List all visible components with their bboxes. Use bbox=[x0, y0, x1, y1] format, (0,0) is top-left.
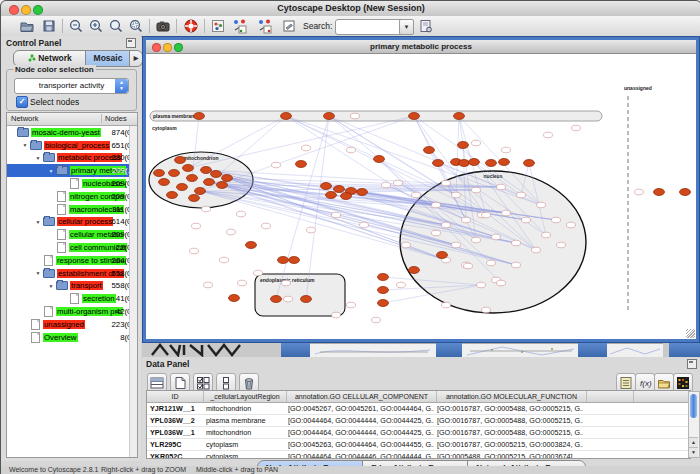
network-node-transporter[interactable] bbox=[169, 170, 180, 177]
tree-row-overview[interactable]: Overview8(0) bbox=[7, 331, 137, 344]
network-node-transporter[interactable] bbox=[499, 159, 510, 166]
network-node-transporter[interactable] bbox=[195, 188, 206, 195]
node-color-dropdown[interactable]: transporter activity ▲▼ bbox=[14, 78, 129, 94]
scrollbar-thumb[interactable] bbox=[690, 394, 697, 418]
tree-row-unassigned[interactable]: unassigned223(0) bbox=[7, 318, 137, 331]
network-node-transporter[interactable] bbox=[229, 295, 240, 302]
tree-row-biological-process[interactable]: ▼biological_process651(0) bbox=[7, 139, 137, 152]
control-panel-float-icon[interactable] bbox=[126, 38, 136, 48]
network-node-unselected[interactable] bbox=[412, 192, 421, 198]
table-row-yjr121w-1[interactable]: YJR121W__1mitochondrion[GO:0045267, GO:0… bbox=[147, 403, 690, 415]
tree-row-response-to-stimulu[interactable]: response to stimulu264(0) bbox=[7, 254, 137, 267]
table-row-ylr295c[interactable]: YLR295Ccytoplasm[GO:0045263, GO:0044464,… bbox=[147, 439, 690, 451]
table-column-id[interactable]: ID bbox=[147, 391, 204, 402]
network-node-unselected[interactable] bbox=[532, 247, 541, 253]
network-node-unselected[interactable] bbox=[482, 307, 491, 313]
network-node-unselected[interactable] bbox=[272, 162, 281, 168]
network-node-unselected[interactable] bbox=[382, 182, 391, 188]
network-node-transporter[interactable] bbox=[183, 165, 194, 172]
background-window-thumb[interactable] bbox=[462, 343, 578, 357]
zoom-out-icon[interactable] bbox=[68, 18, 84, 34]
tree-row-nitrogen-compo[interactable]: nitrogen compo209(0) bbox=[7, 190, 137, 203]
network-node-transporter[interactable] bbox=[524, 160, 535, 167]
network-node-unselected[interactable] bbox=[472, 187, 481, 193]
annotation-icon[interactable] bbox=[281, 18, 297, 34]
tree-row-macromolecule[interactable]: macromolecule311(0) bbox=[7, 203, 137, 216]
network-node-transporter[interactable] bbox=[341, 193, 352, 200]
tree-row-secretion[interactable]: secretion41(0) bbox=[7, 292, 137, 305]
network-node-unselected[interactable] bbox=[238, 280, 247, 286]
tree-row-cell-communicat[interactable]: cell communicat22(0) bbox=[7, 241, 137, 254]
network-canvas[interactable]: plasma membranecytoplasmmitochondrionnuc… bbox=[146, 54, 696, 339]
network-node-transporter[interactable] bbox=[154, 170, 165, 177]
network-node-transporter[interactable] bbox=[680, 189, 691, 196]
tree-row-metabolic-process[interactable]: ▼metabolic process280(0) bbox=[7, 152, 137, 165]
network-node-unselected[interactable] bbox=[462, 217, 471, 223]
network-node-unselected[interactable] bbox=[567, 222, 576, 228]
network-node-unselected[interactable] bbox=[220, 257, 229, 263]
network-node-transporter[interactable] bbox=[459, 160, 470, 167]
network-node-transporter[interactable] bbox=[374, 156, 385, 163]
network-node-unselected[interactable] bbox=[397, 282, 406, 288]
network-node-unselected[interactable] bbox=[477, 282, 486, 288]
search-options-icon[interactable] bbox=[418, 18, 434, 34]
network-node-transporter[interactable] bbox=[175, 157, 186, 164]
tree-expand-arrow[interactable]: ▼ bbox=[46, 283, 56, 289]
network-node-transporter[interactable] bbox=[378, 300, 389, 307]
table-row-ypl036w-2[interactable]: YPL036W__2plasma membrane[GO:0044464, GO… bbox=[147, 415, 690, 427]
network-node-unselected[interactable] bbox=[472, 237, 481, 243]
network-node-unselected[interactable] bbox=[522, 217, 531, 223]
tree-row-nucleobase[interactable]: nucleobase-209(0) bbox=[7, 177, 137, 190]
table-column-cellularlayoutregion[interactable]: _cellularLayoutRegion bbox=[204, 391, 287, 402]
network-node-unselected[interactable] bbox=[284, 296, 293, 302]
select-nodes-checkbox[interactable]: ✓ bbox=[16, 96, 28, 108]
background-window-thumb[interactable] bbox=[310, 343, 436, 357]
table-column-empty[interactable] bbox=[587, 391, 634, 402]
network-node-transporter[interactable] bbox=[281, 113, 292, 120]
network-node-unselected[interactable] bbox=[517, 192, 526, 198]
network-node-unselected[interactable] bbox=[394, 180, 403, 186]
network-node-unselected[interactable] bbox=[402, 242, 411, 248]
network-node-unselected[interactable] bbox=[572, 125, 581, 131]
network-node-unselected[interactable] bbox=[442, 222, 451, 228]
table-vertical-scrollbar[interactable]: ▲ ▼ bbox=[688, 391, 700, 458]
network-node-unselected[interactable] bbox=[512, 262, 521, 268]
network-node-unselected[interactable] bbox=[557, 242, 566, 248]
network-node-unselected[interactable] bbox=[482, 212, 491, 218]
search-dropdown-arrow[interactable]: ▼ bbox=[399, 19, 414, 35]
network-node-unselected[interactable] bbox=[487, 260, 496, 266]
tree-expand-arrow[interactable]: ▼ bbox=[33, 219, 43, 225]
network-node-unselected[interactable] bbox=[542, 232, 551, 238]
network-node-unselected[interactable] bbox=[544, 132, 553, 138]
network-node-transporter[interactable] bbox=[334, 186, 345, 193]
apply-layout-2-icon[interactable] bbox=[257, 18, 273, 34]
network-node-unselected[interactable] bbox=[262, 223, 271, 229]
network-node-unselected[interactable] bbox=[472, 140, 481, 146]
tree-row-mosaic-demo-yeast[interactable]: mosaic-demo-yeast874(0) bbox=[7, 126, 137, 139]
scroll-up-arrow[interactable]: ▲ bbox=[689, 437, 698, 447]
network-node-unselected[interactable] bbox=[282, 280, 291, 286]
background-window-thumb[interactable] bbox=[607, 343, 663, 357]
zoom-fit-icon[interactable] bbox=[108, 18, 124, 34]
search-input[interactable] bbox=[335, 19, 403, 35]
network-node-unselected[interactable] bbox=[254, 270, 263, 276]
network-node-unselected[interactable] bbox=[347, 302, 356, 308]
network-node-transporter[interactable] bbox=[321, 183, 332, 190]
network-node-unselected[interactable] bbox=[347, 147, 356, 153]
tree-scrollbar[interactable] bbox=[129, 126, 137, 457]
background-window-edge[interactable] bbox=[669, 343, 700, 357]
background-window-edge[interactable] bbox=[436, 343, 462, 357]
network-node-transporter[interactable] bbox=[424, 147, 435, 154]
network-node-transporter[interactable] bbox=[378, 274, 389, 281]
network-node-unselected[interactable] bbox=[227, 229, 236, 235]
table-row-ypl036w-1[interactable]: YPL036W__1mitochondrion[GO:0044464, GO:0… bbox=[147, 427, 690, 439]
network-node-unselected[interactable] bbox=[202, 206, 211, 212]
network-node-unselected[interactable] bbox=[302, 145, 311, 151]
network-node-transporter[interactable] bbox=[437, 252, 448, 259]
network-node-transporter[interactable] bbox=[204, 179, 215, 186]
network-node-unselected[interactable] bbox=[332, 312, 341, 318]
network-node-unselected[interactable] bbox=[351, 113, 360, 119]
network-node-unselected[interactable] bbox=[497, 280, 506, 286]
tree-row-cellular-process[interactable]: ▼cellular process614(0) bbox=[7, 216, 137, 229]
network-node-transporter[interactable] bbox=[194, 113, 205, 120]
